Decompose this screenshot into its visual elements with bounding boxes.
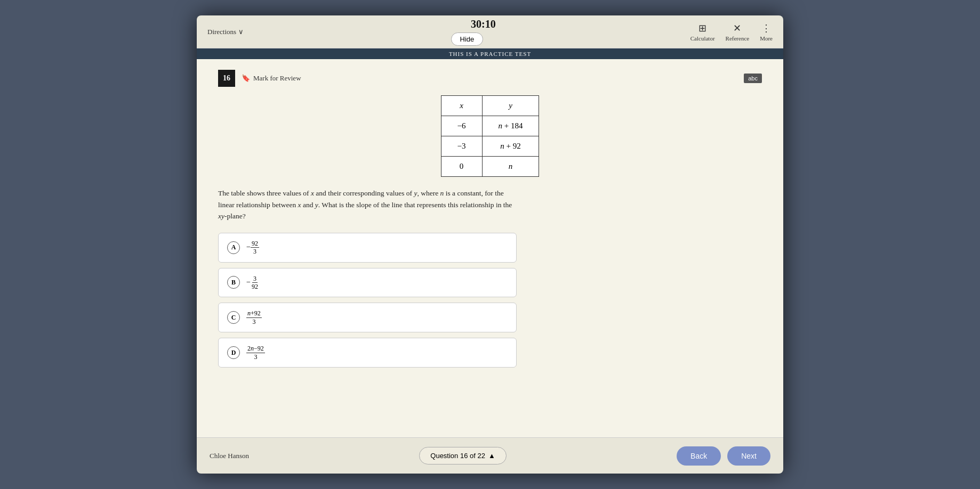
more-tool[interactable]: ⋮ More (760, 22, 773, 42)
choice-d-letter: D (227, 346, 240, 359)
question-progress-label: Question 16 of 22 (430, 452, 485, 460)
choice-c-math: n+923 (246, 309, 262, 325)
chevron-up-icon: ▲ (488, 452, 495, 460)
abc-button[interactable]: abc (744, 74, 762, 83)
data-table: x y −6 n + 184 −3 n + 92 0 n (441, 95, 540, 177)
navigation-buttons: Back Next (677, 446, 770, 466)
choice-d-math: 2n−923 (246, 345, 265, 361)
top-bar: Directions ∨ 30:10 Hide ⊞ Calculator ✕ R… (197, 15, 783, 48)
bookmark-icon: 🔖 (242, 74, 250, 83)
table-row: −6 n + 184 (441, 116, 539, 136)
choice-a-math: −923 (246, 240, 259, 256)
table-cell: −6 (441, 116, 482, 136)
directions-button[interactable]: Directions ∨ (207, 28, 244, 36)
table-cell: n + 184 (482, 116, 539, 136)
question-number-box: 16 (218, 70, 235, 87)
choice-b-math: −392 (246, 275, 259, 291)
question-header: 16 🔖 Mark for Review abc (218, 70, 762, 87)
back-button[interactable]: Back (677, 446, 721, 466)
table-header-y: y (482, 96, 539, 116)
chevron-down-icon: ∨ (238, 28, 244, 36)
choice-b-letter: B (227, 276, 240, 289)
reference-tool[interactable]: ✕ Reference (726, 22, 750, 42)
hide-button[interactable]: Hide (451, 32, 484, 46)
bottom-bar: Chloe Hanson Question 16 of 22 ▲ Back Ne… (197, 437, 783, 474)
choice-a-letter: A (227, 241, 240, 254)
table-header-x: x (441, 96, 482, 116)
reference-icon: ✕ (733, 22, 741, 34)
choice-c-letter: C (227, 311, 240, 324)
directions-label: Directions (207, 28, 236, 36)
table-cell: n + 92 (482, 136, 539, 157)
more-icon: ⋮ (761, 22, 771, 34)
question-navigator-button[interactable]: Question 16 of 22 ▲ (419, 447, 507, 464)
calculator-label: Calculator (690, 35, 715, 42)
table-cell: −3 (441, 136, 482, 157)
next-button[interactable]: Next (727, 446, 770, 466)
more-label: More (760, 35, 773, 42)
toolbar: ⊞ Calculator ✕ Reference ⋮ More (690, 22, 773, 42)
choice-a[interactable]: A −923 (218, 233, 517, 263)
choice-b[interactable]: B −392 (218, 268, 517, 298)
table-row: −3 n + 92 (441, 136, 539, 157)
user-name: Chloe Hanson (210, 452, 249, 460)
table-cell: 0 (441, 157, 482, 177)
timer-display: 30:10 (471, 18, 496, 30)
content-area: 16 🔖 Mark for Review abc x y −6 n + 184 (197, 59, 783, 448)
practice-banner: THIS IS A PRACTICE TEST (197, 48, 783, 59)
choice-d[interactable]: D 2n−923 (218, 338, 517, 368)
choice-c[interactable]: C n+923 (218, 303, 517, 332)
calculator-tool[interactable]: ⊞ Calculator (690, 22, 715, 42)
calculator-icon: ⊞ (698, 22, 706, 34)
mark-for-review-button[interactable]: 🔖 Mark for Review (242, 74, 301, 83)
question-text: The table shows three values of x and th… (218, 188, 517, 222)
table-cell: n (482, 157, 539, 177)
table-row: 0 n (441, 157, 539, 177)
reference-label: Reference (726, 35, 750, 42)
